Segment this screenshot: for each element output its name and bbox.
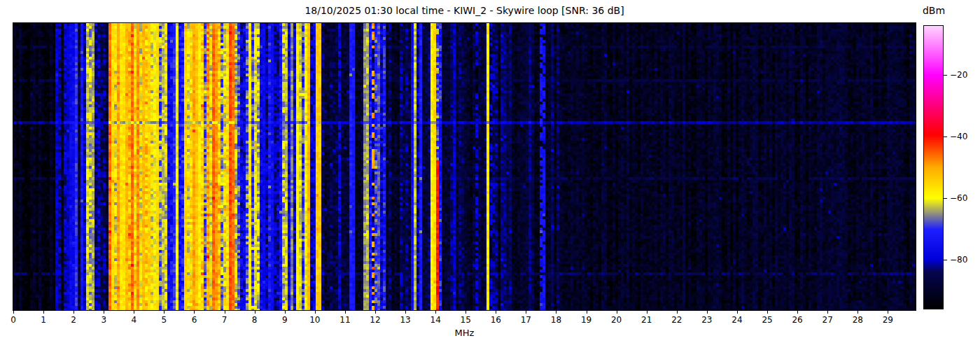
x-tick-mark [405, 311, 406, 314]
colorbar-tick-label: −60 [950, 193, 967, 203]
x-tick-mark [43, 311, 44, 314]
x-tick-mark [827, 311, 828, 314]
x-tick-label: 5 [151, 315, 176, 325]
x-tick-mark [767, 311, 768, 314]
x-tick-label: 20 [604, 315, 629, 325]
colorbar-tick-mark [944, 75, 947, 76]
x-tick-label: 6 [181, 315, 206, 325]
x-tick-label: 0 [1, 315, 26, 325]
x-tick-mark [858, 311, 858, 314]
colorbar-tick-mark [944, 260, 947, 260]
x-tick-mark [194, 311, 195, 314]
colorbar [923, 25, 944, 309]
x-tick-mark [285, 311, 286, 314]
x-tick-label: 4 [121, 315, 146, 325]
x-tick-mark [496, 311, 496, 314]
x-tick-label: 16 [483, 315, 508, 325]
x-tick-mark [556, 311, 556, 314]
colorbar-tick-label: −20 [950, 70, 967, 80]
x-tick-mark [587, 311, 587, 314]
x-tick-label: 7 [212, 315, 237, 325]
x-tick-mark [315, 311, 316, 314]
x-tick-label: 15 [453, 315, 478, 325]
x-tick-mark [13, 311, 14, 314]
x-tick-label: 27 [815, 315, 840, 325]
x-tick-mark [647, 311, 648, 314]
x-tick-label: 26 [785, 315, 810, 325]
x-tick-label: 22 [664, 315, 690, 325]
x-tick-label: 29 [875, 315, 900, 325]
colorbar-tick-mark [944, 136, 947, 137]
x-tick-mark [737, 311, 738, 314]
x-axis-label: MHz [13, 328, 916, 338]
x-tick-label: 14 [423, 315, 448, 325]
x-tick-mark [375, 311, 376, 314]
x-tick-mark [526, 311, 526, 314]
x-tick-label: 1 [31, 315, 56, 325]
x-tick-label: 2 [61, 315, 86, 325]
x-tick-label: 28 [845, 315, 870, 325]
x-tick-label: 25 [755, 315, 780, 325]
x-tick-label: 19 [574, 315, 599, 325]
x-tick-mark [104, 311, 104, 314]
chart-title: 18/10/2025 01:30 local time - KIWI_2 - S… [13, 5, 916, 16]
x-tick-label: 12 [363, 315, 388, 325]
x-tick-label: 13 [393, 315, 418, 325]
colorbar-tick-mark [944, 198, 947, 199]
x-tick-label: 17 [513, 315, 538, 325]
x-tick-mark [888, 311, 888, 314]
x-tick-mark [134, 311, 134, 314]
x-tick-mark [164, 311, 164, 314]
x-tick-label: 11 [332, 315, 358, 325]
x-tick-mark [435, 311, 436, 314]
plot-area [13, 22, 916, 311]
colorbar-tick-label: −40 [950, 132, 967, 141]
x-tick-label: 18 [543, 315, 568, 325]
x-tick-label: 23 [694, 315, 720, 325]
colorbar-gradient-canvas [924, 26, 943, 309]
x-tick-label: 21 [634, 315, 659, 325]
x-tick-mark [465, 311, 466, 314]
colorbar-tick-label: −80 [950, 255, 967, 265]
x-tick-mark [225, 311, 225, 314]
x-tick-mark [255, 311, 255, 314]
x-tick-label: 24 [724, 315, 750, 325]
x-tick-mark [797, 311, 798, 314]
x-tick-label: 8 [242, 315, 267, 325]
x-tick-label: 3 [91, 315, 116, 325]
x-tick-mark [677, 311, 678, 314]
x-tick-label: 9 [272, 315, 298, 325]
x-tick-label: 10 [302, 315, 328, 325]
x-tick-mark [707, 311, 708, 314]
x-tick-mark [617, 311, 617, 314]
colorbar-label: dBm [913, 5, 955, 16]
waterfall-spectrogram-canvas [13, 23, 916, 310]
x-tick-mark [345, 311, 346, 314]
x-tick-mark [74, 311, 74, 314]
